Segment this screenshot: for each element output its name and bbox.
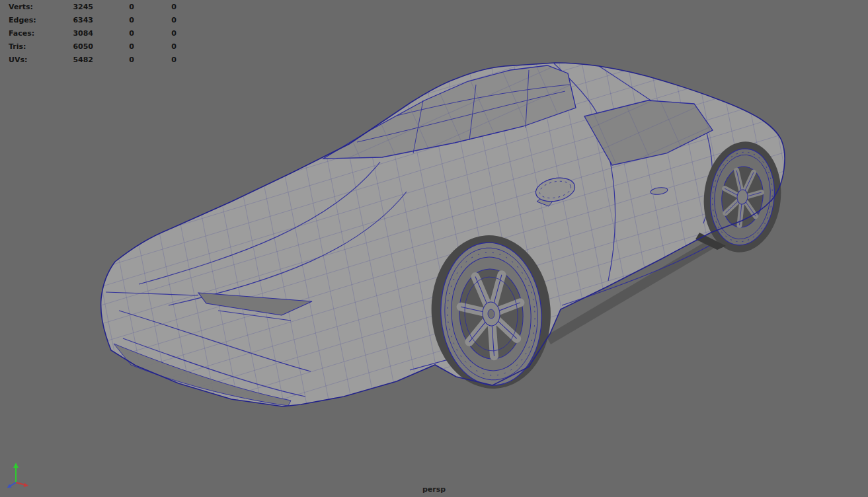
hud-label: Faces: [9,27,68,40]
hud-total: 3084 [68,27,93,40]
hud-total: 5482 [68,54,93,67]
hud-total: 3245 [68,1,93,14]
hud-col2: 0 [93,40,134,54]
hud-col3: 0 [134,40,177,54]
hud-row-tris: Tris: 6050 0 0 [9,40,177,54]
hud-label: Tris: [9,40,68,54]
hud-col3: 0 [134,1,177,14]
poly-count-hud: Verts: 3245 0 0 Edges: 6343 0 0 Faces: 3… [9,1,177,67]
hud-col3: 0 [134,27,177,40]
hud-label: Verts: [9,1,68,14]
car-model[interactable] [0,0,868,497]
hud-col2: 0 [93,54,134,67]
hud-col2: 0 [93,27,134,40]
camera-name-label: persp [0,485,868,494]
viewport-3d[interactable]: Verts: 3245 0 0 Edges: 6343 0 0 Faces: 3… [0,0,868,497]
hud-total: 6050 [68,40,93,54]
hud-label: Edges: [9,14,68,27]
hud-row-uvs: UVs: 5482 0 0 [9,54,177,67]
hud-col2: 0 [93,1,134,14]
hud-total: 6343 [68,14,93,27]
y-axis-arrow [13,463,19,482]
hud-row-verts: Verts: 3245 0 0 [9,1,177,14]
hud-col3: 0 [134,54,177,67]
hud-row-edges: Edges: 6343 0 0 [9,14,177,27]
hud-col2: 0 [93,14,134,27]
hud-label: UVs: [9,54,68,67]
hud-row-faces: Faces: 3084 0 0 [9,27,177,40]
hud-col3: 0 [134,14,177,27]
